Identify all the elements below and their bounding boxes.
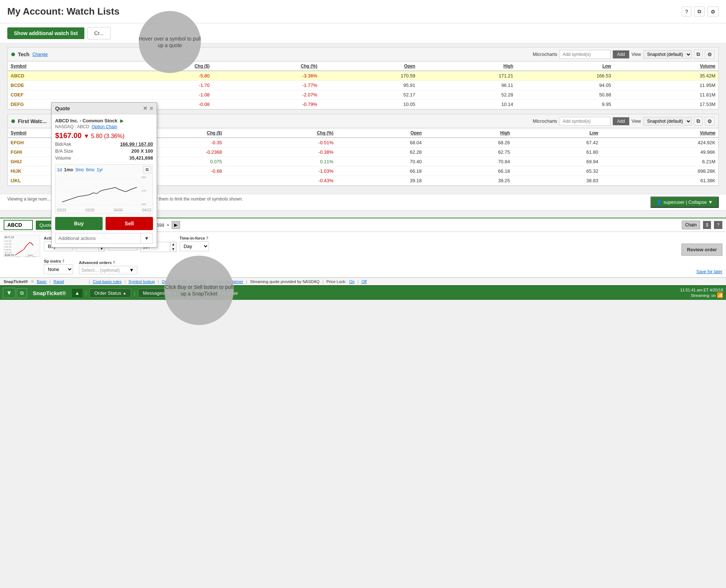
watchlist-tech-change[interactable]: Change: [33, 52, 48, 57]
dollar-button[interactable]: $: [703, 221, 711, 229]
chart-tab-1mo[interactable]: 1mo: [64, 167, 73, 172]
symbol-link[interactable]: DEFG: [11, 102, 24, 107]
svg-text:171.00: 171.00: [5, 240, 12, 242]
order-status-arrow-icon: ▲: [123, 291, 126, 295]
add-symbol-input-tech[interactable]: [559, 50, 611, 59]
page-header: My Account: Watch Lists ? ⧉ ⚙: [0, 0, 726, 23]
option-chain-link[interactable]: Option Chain: [92, 124, 117, 129]
tif-help-icon[interactable]: ?: [206, 236, 208, 240]
microcharts-label-first: Microcharts: [533, 118, 557, 124]
chart-date-labels: 03/23 03/30 04/06 04/13: [57, 208, 151, 212]
save-later-link[interactable]: Save for later: [696, 269, 722, 274]
chart-tab-1yr[interactable]: 1yr: [97, 167, 103, 172]
tif-select[interactable]: Day: [180, 241, 209, 251]
footer-price-lock-on: Price Lock:: [326, 279, 346, 284]
settings-icon-first[interactable]: ⚙: [705, 117, 715, 126]
buy-button[interactable]: Buy: [55, 217, 103, 230]
settings-icon-tech[interactable]: ⚙: [705, 50, 715, 59]
footer-cost-basis-link[interactable]: Cost-basis rules: [93, 279, 122, 284]
tif-field-group: Time-in-force ? Day: [180, 236, 209, 251]
chain-button[interactable]: Chain: [682, 221, 700, 229]
next-btn[interactable]: ▶: [172, 221, 180, 229]
taskbar-order-status[interactable]: Order Status ▲: [89, 289, 131, 298]
svg-text:168.00: 168.00: [5, 249, 12, 251]
watch-toolbar: Show additional watch list Cr...: [0, 23, 726, 43]
extra-order-row: Sp instrs ? None Advanced orders ? Selec…: [44, 259, 722, 274]
footer-rapid-link[interactable]: Rapid: [53, 279, 64, 284]
col-chg-dollar-tech: Chg ($): [112, 62, 213, 71]
stock-arrow-icon: ▶: [120, 118, 124, 123]
symbol-link[interactable]: IJKL: [11, 178, 21, 183]
svg-text:170.00: 170.00: [5, 243, 12, 245]
quote-popup: Quote ✕ ≡ ABCD Inc. - Common Stock ▶ NAS…: [51, 102, 157, 248]
help-button[interactable]: ?: [714, 221, 722, 229]
header-icons: ? ⧉ ⚙: [682, 7, 719, 16]
symbol-link[interactable]: EFGH: [11, 140, 24, 145]
expand-icon-first[interactable]: ⧉: [694, 117, 703, 126]
taskbar-messages[interactable]: Messages (3) ▲: [138, 289, 182, 298]
symbol-link[interactable]: GHIJ: [11, 159, 22, 164]
bid-ask-row: Bid/Ask 166.99 / 167.00: [55, 141, 153, 148]
tif-label: Time-in-force ?: [180, 236, 209, 240]
col-open-tech: Open: [320, 62, 418, 71]
svg-text:160: 160: [141, 203, 146, 206]
settings-icon-btn[interactable]: ⚙: [707, 7, 719, 16]
chart-tab-1d[interactable]: 1d: [57, 167, 62, 172]
symbol-link[interactable]: FGHI: [11, 149, 22, 155]
footer-price-lock-off-link[interactable]: Off: [362, 279, 367, 284]
create-button[interactable]: Cr...: [87, 27, 111, 39]
taskbar-window-button[interactable]: ⧉: [17, 288, 27, 298]
watchlist-tech-name: Tech: [18, 51, 30, 57]
advanced-orders-help-icon[interactable]: ?: [113, 261, 115, 265]
watchlist-panel-tech: Tech Change Microcharts Add View Snapsho…: [7, 47, 719, 110]
add-symbol-button-tech[interactable]: Add: [613, 50, 629, 58]
view-select-first[interactable]: Snapshot (default): [643, 117, 692, 126]
symbol-link[interactable]: ABCD: [11, 73, 24, 79]
chart-expand-icon[interactable]: ⧉: [143, 166, 151, 173]
taskbar-collapse-button[interactable]: ▼: [3, 288, 15, 298]
expand-icon-tech[interactable]: ⧉: [694, 50, 703, 59]
taskbar-time-area: 11:51:41 am ET 4/20/18 Streaming: on 📶: [680, 288, 723, 298]
watchlist-first-toolbar: Microcharts Add View Snapshot (default) …: [533, 117, 715, 126]
symbol-link[interactable]: BCDE: [11, 83, 24, 88]
popup-menu-button[interactable]: ≡: [150, 105, 153, 112]
view-select-tech[interactable]: Snapshot (default): [643, 50, 692, 59]
footer-price-lock-on-link[interactable]: On: [349, 279, 355, 284]
chart-tabs: 1d 1mo 3mo 6mo 1yr ⧉: [57, 166, 151, 173]
superuser-collapse-button[interactable]: 👤 superuser | Collapse ▼: [650, 196, 719, 208]
chart-tab-6mo[interactable]: 6mo: [86, 167, 94, 172]
taskbar-snapticket-dropdown[interactable]: ▲: [72, 289, 83, 297]
svg-text:180: 180: [141, 176, 146, 179]
symbol-link[interactable]: HIJK: [11, 168, 22, 174]
add-symbol-input-first[interactable]: [559, 117, 611, 126]
stock-price: $167.00 ▼ 5.80 (3.36%): [55, 131, 153, 140]
help-icon-btn[interactable]: ?: [682, 7, 691, 16]
bottom-symbol-input[interactable]: [4, 220, 33, 230]
footer-quote-disclaimer-link[interactable]: Quote disclaimer: [213, 279, 243, 284]
symbol-link[interactable]: CDEF: [11, 92, 23, 98]
price-up-button[interactable]: ▲: [170, 242, 176, 247]
price-arrows: ▲ ▼: [170, 242, 176, 252]
chart-tab-3mo[interactable]: 3mo: [75, 167, 84, 172]
footer-order-disclaimer-link[interactable]: Order/OTCBB disclaimer: [162, 279, 206, 284]
sp-instrs-help-icon[interactable]: ?: [62, 259, 64, 263]
footer-basic-link[interactable]: Basic: [37, 279, 47, 284]
taskbar-snapticket-button[interactable]: SnapTicket®: [28, 289, 70, 298]
window-icon-btn[interactable]: ⧉: [694, 7, 704, 16]
popup-close-button[interactable]: ✕: [143, 105, 148, 112]
advanced-orders-placeholder: Select... (optional): [81, 267, 129, 273]
footer-symbol-lookup-link[interactable]: Symbol lookup: [129, 279, 155, 284]
add-symbol-button-first[interactable]: Add: [613, 117, 629, 125]
col-low-first: Low: [513, 129, 601, 138]
popup-controls: ✕ ≡: [143, 105, 153, 112]
price-down-button[interactable]: ▼: [170, 247, 176, 252]
sell-button[interactable]: Sell: [106, 217, 153, 230]
additional-actions-dropdown[interactable]: ▼: [140, 233, 153, 243]
review-order-button[interactable]: Review order: [681, 244, 722, 256]
sp-instrs-select[interactable]: None: [44, 264, 73, 274]
advanced-orders-dropdown[interactable]: ▼: [129, 267, 135, 273]
show-additional-watchlist-button[interactable]: Show additional watch list: [7, 27, 84, 39]
taskbar-time: 11:51:41 am ET 4/20/18: [680, 288, 723, 292]
taskbar-streaming: Streaming: on 📶: [680, 292, 723, 298]
messages-arrow-icon: ▲: [173, 291, 177, 295]
